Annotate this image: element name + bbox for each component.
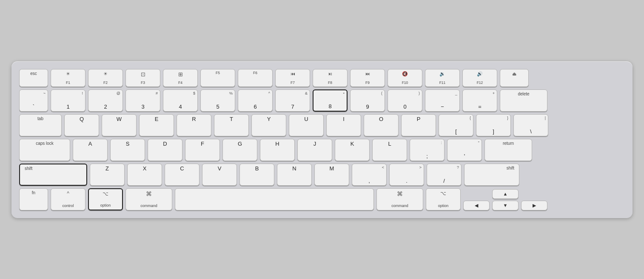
key-arrow-up[interactable]: ▲ bbox=[492, 189, 519, 199]
key-f7[interactable]: ⏮ F7 bbox=[275, 69, 310, 87]
key-y[interactable]: Y bbox=[251, 114, 286, 136]
key-t[interactable]: T bbox=[214, 114, 249, 136]
key-c[interactable]: C bbox=[165, 164, 199, 186]
key-period[interactable]: > . bbox=[389, 164, 424, 186]
key-arrow-left[interactable]: ◀ bbox=[463, 201, 490, 210]
key-space[interactable] bbox=[175, 188, 374, 210]
key-rshift[interactable]: shift bbox=[464, 164, 519, 186]
zxcv-row: shift Z X C V B N M < , > . ? / shift bbox=[19, 164, 625, 186]
key-m[interactable]: M bbox=[314, 164, 349, 186]
key-equals[interactable]: + = bbox=[462, 89, 497, 112]
key-f9[interactable]: ⏭ F9 bbox=[350, 69, 385, 87]
asdf-row: caps lock A S D F G H J K L : ; " ' retu… bbox=[19, 139, 625, 161]
key-b[interactable]: B bbox=[239, 164, 274, 186]
key-f6[interactable]: F6 bbox=[238, 69, 273, 87]
key-j[interactable]: J bbox=[297, 139, 332, 161]
key-0[interactable]: ) 0 bbox=[388, 89, 422, 112]
key-o[interactable]: O bbox=[364, 114, 399, 136]
key-capslock[interactable]: caps lock bbox=[19, 139, 70, 161]
key-f3[interactable]: ⊡ F3 bbox=[125, 69, 160, 87]
key-e[interactable]: E bbox=[139, 114, 174, 136]
key-tab[interactable]: tab bbox=[19, 114, 62, 136]
qwerty-row: tab Q W E R T Y U I O P { [ } ] | \ bbox=[19, 114, 625, 136]
key-f1[interactable]: ☀ F1 bbox=[51, 69, 85, 87]
key-a[interactable]: A bbox=[73, 139, 108, 161]
key-6[interactable]: ^ 6 bbox=[238, 89, 273, 112]
key-5[interactable]: % 5 bbox=[200, 89, 235, 112]
key-lcontrol[interactable]: ^ control bbox=[51, 188, 85, 210]
key-arrow-down[interactable]: ▼ bbox=[492, 201, 519, 210]
key-n[interactable]: N bbox=[277, 164, 312, 186]
key-1[interactable]: ! 1 bbox=[51, 89, 85, 112]
key-f12[interactable]: 🔊 F12 bbox=[462, 69, 497, 87]
key-l[interactable]: L bbox=[372, 139, 407, 161]
keyboard: esc ☀ F1 ☀ F2 ⊡ F3 ⊞ F4 F5 F6 ⏮ F7 ⏯ bbox=[11, 61, 633, 218]
key-k[interactable]: K bbox=[335, 139, 370, 161]
key-slash[interactable]: ? / bbox=[427, 164, 462, 186]
key-g[interactable]: G bbox=[222, 139, 257, 161]
key-i[interactable]: I bbox=[326, 114, 361, 136]
key-return[interactable]: return bbox=[484, 139, 532, 161]
key-roption[interactable]: ⌥ option bbox=[426, 188, 461, 210]
key-z[interactable]: Z bbox=[90, 164, 125, 186]
key-eject[interactable]: ⏏ bbox=[500, 69, 529, 87]
key-f8[interactable]: ⏯ F8 bbox=[313, 69, 348, 87]
key-u[interactable]: U bbox=[289, 114, 324, 136]
key-w[interactable]: W bbox=[102, 114, 137, 136]
bottom-row: fn ^ control ⌥ option ⌘ command ⌘ comman… bbox=[19, 188, 625, 210]
key-lbracket[interactable]: { [ bbox=[439, 114, 473, 136]
key-f10[interactable]: 🔇 F10 bbox=[388, 69, 422, 87]
key-7[interactable]: & 7 bbox=[275, 89, 310, 112]
key-p[interactable]: P bbox=[401, 114, 436, 136]
key-v[interactable]: V bbox=[202, 164, 237, 186]
key-fn[interactable]: fn bbox=[19, 188, 48, 210]
key-f5[interactable]: F5 bbox=[200, 69, 235, 87]
key-h[interactable]: H bbox=[260, 139, 295, 161]
key-lcommand[interactable]: ⌘ command bbox=[125, 188, 172, 210]
key-d[interactable]: D bbox=[148, 139, 182, 161]
key-f4[interactable]: ⊞ F4 bbox=[163, 69, 198, 87]
key-quote[interactable]: " ' bbox=[447, 139, 482, 161]
key-comma[interactable]: < , bbox=[352, 164, 387, 186]
key-lshift[interactable]: shift bbox=[19, 164, 87, 186]
key-delete[interactable]: delete bbox=[500, 89, 547, 112]
arrow-cluster: ▲ ◀ ▼ ▶ bbox=[463, 189, 547, 210]
key-f[interactable]: F bbox=[185, 139, 220, 161]
fn-row: esc ☀ F1 ☀ F2 ⊡ F3 ⊞ F4 F5 F6 ⏮ F7 ⏯ bbox=[19, 69, 625, 87]
key-f11[interactable]: 🔉 F11 bbox=[425, 69, 460, 87]
key-esc[interactable]: esc bbox=[19, 69, 48, 87]
key-2[interactable]: @ 2 bbox=[88, 89, 123, 112]
key-rbracket[interactable]: } ] bbox=[476, 114, 511, 136]
key-minus[interactable]: _ − bbox=[425, 89, 460, 112]
key-f2[interactable]: ☀ F2 bbox=[88, 69, 123, 87]
key-semicolon[interactable]: : ; bbox=[410, 139, 445, 161]
key-9[interactable]: ( 9 bbox=[350, 89, 385, 112]
key-loption[interactable]: ⌥ option bbox=[88, 188, 123, 210]
key-r[interactable]: R bbox=[177, 114, 211, 136]
key-3[interactable]: # 3 bbox=[125, 89, 160, 112]
key-arrow-right[interactable]: ▶ bbox=[521, 201, 547, 210]
key-backslash[interactable]: | \ bbox=[513, 114, 548, 136]
key-s[interactable]: S bbox=[110, 139, 145, 161]
key-q[interactable]: Q bbox=[64, 114, 99, 136]
key-rcommand[interactable]: ⌘ command bbox=[376, 188, 423, 210]
key-4[interactable]: $ 4 bbox=[163, 89, 198, 112]
key-backtick[interactable]: ~ ` bbox=[19, 89, 48, 112]
key-x[interactable]: X bbox=[127, 164, 162, 186]
key-8[interactable]: * 8 bbox=[313, 89, 348, 112]
num-row: ~ ` ! 1 @ 2 # 3 $ 4 % 5 ^ 6 & 7 bbox=[19, 89, 625, 112]
